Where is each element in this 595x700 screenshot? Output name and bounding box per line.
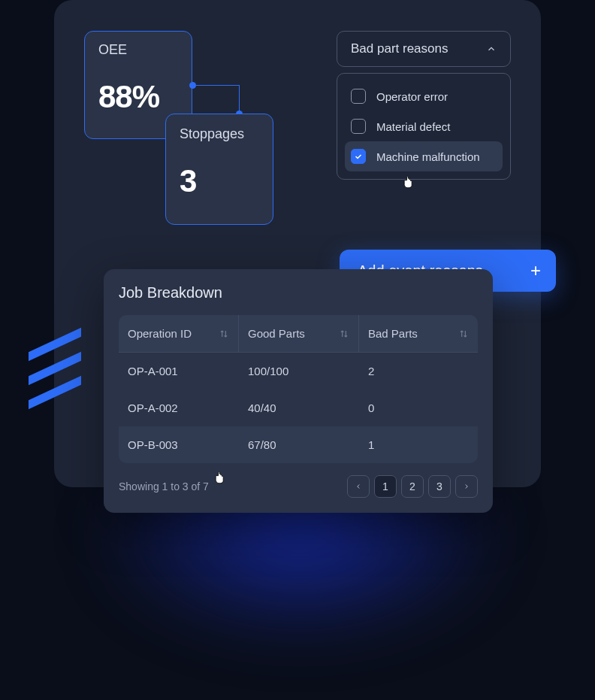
pagination-status: Showing 1 to 3 of 7 [119, 480, 209, 492]
connector-dot [189, 82, 196, 89]
checkbox[interactable] [351, 89, 366, 104]
checkbox-checked[interactable] [351, 149, 366, 164]
option-machine-malfunction[interactable]: Machine malfunction [345, 141, 503, 171]
stoppages-value: 3 [180, 163, 259, 199]
connector-line [239, 85, 240, 114]
table-row[interactable]: OP-A-001 100/100 2 [119, 353, 478, 389]
pagination: Showing 1 to 3 of 7 1 2 3 [119, 475, 478, 498]
dropdown-label: Bad part reasons [351, 41, 448, 56]
table-row[interactable]: OP-A-002 40/40 0 [119, 389, 478, 426]
check-icon [354, 152, 363, 161]
sort-icon [458, 329, 469, 339]
option-operator-error[interactable]: Operator error [345, 81, 503, 111]
bad-part-reasons-dropdown[interactable]: Bad part reasons [337, 31, 511, 67]
chevron-up-icon [486, 44, 497, 54]
column-bad-parts[interactable]: Bad Parts [359, 315, 478, 352]
cell-bad-parts: 2 [359, 353, 478, 389]
chevron-right-icon [463, 483, 470, 490]
sort-icon [219, 329, 229, 339]
oee-value: 88% [98, 79, 178, 115]
pagination-next[interactable] [455, 475, 478, 498]
cell-bad-parts: 0 [359, 389, 478, 426]
connector-line [192, 85, 239, 86]
cell-bad-parts: 1 [359, 426, 478, 463]
checkbox[interactable] [351, 119, 366, 134]
column-good-parts[interactable]: Good Parts [239, 315, 359, 352]
option-label: Machine malfunction [376, 150, 480, 163]
option-label: Material defect [376, 120, 450, 133]
pagination-page-1[interactable]: 1 [374, 475, 397, 498]
column-operation-id[interactable]: Operation ID [119, 315, 239, 352]
cell-good-parts: 40/40 [239, 389, 359, 426]
pagination-page-2[interactable]: 2 [401, 475, 424, 498]
chevron-left-icon [355, 483, 362, 490]
pagination-page-3[interactable]: 3 [428, 475, 451, 498]
table-header: Operation ID Good Parts Bad Parts [119, 315, 478, 353]
stoppages-card: Stoppages 3 [165, 114, 273, 225]
plus-icon: + [530, 260, 541, 281]
cell-operation-id: OP-A-002 [119, 389, 239, 426]
oee-label: OEE [98, 42, 178, 58]
stoppages-label: Stoppages [180, 126, 259, 142]
cell-operation-id: OP-B-003 [119, 426, 239, 463]
table-title: Job Breakdown [119, 284, 478, 302]
sort-icon [339, 329, 349, 339]
job-breakdown-panel: Job Breakdown Operation ID Good Parts Ba… [104, 269, 493, 513]
table-row[interactable]: OP-B-003 67/80 1 [119, 426, 478, 463]
option-label: Operator error [376, 90, 448, 103]
job-breakdown-table: Operation ID Good Parts Bad Parts OP-A-0… [119, 315, 478, 463]
option-material-defect[interactable]: Material defect [345, 111, 503, 141]
cell-operation-id: OP-A-001 [119, 353, 239, 389]
dropdown-options: Operator error Material defect Machine m… [337, 73, 511, 180]
pagination-prev[interactable] [347, 475, 370, 498]
cell-good-parts: 67/80 [239, 426, 359, 463]
cell-good-parts: 100/100 [239, 353, 359, 389]
